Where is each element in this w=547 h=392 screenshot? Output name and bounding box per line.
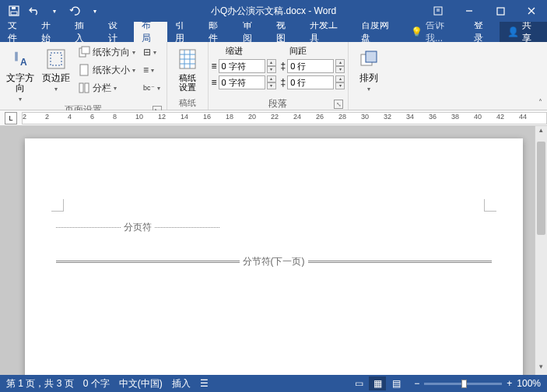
tab-review[interactable]: 审阅 xyxy=(235,22,268,42)
spin-down-icon[interactable]: ▾ xyxy=(335,82,345,89)
tab-baidu[interactable]: 百度网盘 xyxy=(353,22,405,42)
zoom-out-icon[interactable]: − xyxy=(414,378,419,389)
indent-left-icon: ≡ xyxy=(212,61,217,72)
share-button[interactable]: 👤共享 xyxy=(500,22,547,42)
arrange-button[interactable]: 排列▾ xyxy=(352,44,386,93)
scroll-down-icon[interactable]: ▾ xyxy=(535,362,547,375)
space-after-input[interactable] xyxy=(287,75,334,89)
svg-rect-13 xyxy=(79,83,83,93)
tab-mailings[interactable]: 邮件 xyxy=(201,22,234,42)
tab-developer[interactable]: 开发工具 xyxy=(302,22,353,42)
ribbon-options-icon[interactable] xyxy=(423,0,454,22)
window-title: 小Q办公演示文稿.docx - Word xyxy=(211,5,336,18)
svg-rect-2 xyxy=(12,7,16,9)
save-icon[interactable] xyxy=(5,2,23,20)
section-break-label: 分节符(下一页) xyxy=(240,255,308,268)
status-language[interactable]: 中文(中国) xyxy=(119,377,163,390)
svg-rect-9 xyxy=(51,53,61,65)
tab-home[interactable]: 开始 xyxy=(33,22,67,42)
tab-selector[interactable]: L xyxy=(5,112,17,124)
space-before-input[interactable] xyxy=(287,59,334,73)
margins-button[interactable]: 页边距▾ xyxy=(39,44,73,93)
paragraph-dialog-icon[interactable]: ⤡ xyxy=(334,100,343,109)
margin-corner-icon xyxy=(51,199,64,212)
maximize-icon[interactable] xyxy=(485,0,516,22)
text-direction-icon: ∥A xyxy=(8,47,33,72)
quick-access-toolbar: ▾ ▾ xyxy=(0,2,104,20)
size-button[interactable]: 纸张大小▾ xyxy=(75,61,139,79)
spin-up-icon[interactable]: ▴ xyxy=(267,75,276,82)
indent-left-input[interactable] xyxy=(219,59,265,73)
horizontal-ruler[interactable]: 2246810121416182022242628303234363840424… xyxy=(22,112,547,124)
margin-corner-icon xyxy=(484,199,496,212)
qat-customize-icon[interactable]: ▾ xyxy=(86,2,104,20)
tell-me[interactable]: 💡告诉我... xyxy=(405,22,466,42)
print-layout-icon[interactable]: ▦ xyxy=(369,376,386,390)
status-mode[interactable]: 插入 xyxy=(172,377,191,390)
breaks-button[interactable]: ⊟▾ xyxy=(140,44,163,61)
close-icon[interactable] xyxy=(516,0,547,22)
accessibility-icon[interactable]: ☰ xyxy=(200,378,209,389)
svg-rect-11 xyxy=(82,47,89,54)
orientation-button[interactable]: 纸张方向▾ xyxy=(75,44,139,61)
zoom-level[interactable]: 100% xyxy=(517,378,541,389)
status-page[interactable]: 第 1 页，共 3 页 xyxy=(6,377,74,390)
undo-dropdown-icon[interactable]: ▾ xyxy=(45,2,64,20)
group-arrange: 排列▾ xyxy=(349,42,389,110)
zoom-in-icon[interactable]: + xyxy=(507,378,512,389)
share-icon: 👤 xyxy=(507,26,519,37)
spin-down-icon[interactable]: ▾ xyxy=(267,82,276,89)
title-bar: ▾ ▾ 小Q办公演示文稿.docx - Word xyxy=(0,0,547,22)
breaks-icon: ⊟ xyxy=(143,47,151,58)
tab-file[interactable]: 文件 xyxy=(0,22,33,42)
zoom-slider[interactable] xyxy=(424,383,502,385)
document-workspace: 分页符 分节符(下一页) ▴ ▾ xyxy=(0,126,547,375)
svg-rect-12 xyxy=(80,65,88,75)
minimize-icon[interactable] xyxy=(454,0,485,22)
spin-down-icon[interactable]: ▾ xyxy=(335,66,345,73)
read-mode-icon[interactable]: ▭ xyxy=(350,376,367,390)
spin-up-icon[interactable]: ▴ xyxy=(335,75,345,82)
tab-design[interactable]: 设计 xyxy=(100,22,134,42)
tab-insert[interactable]: 插入 xyxy=(67,22,100,42)
svg-text:∥: ∥ xyxy=(14,51,19,61)
document-page[interactable]: 分页符 分节符(下一页) xyxy=(25,138,523,375)
arrange-icon xyxy=(356,47,381,72)
tab-layout[interactable]: 布局 xyxy=(134,22,167,42)
web-layout-icon[interactable]: ▤ xyxy=(387,376,405,390)
indent-right-input[interactable] xyxy=(219,75,265,89)
collapse-ribbon-icon[interactable]: ˄ xyxy=(538,98,542,107)
hyphenation-button[interactable]: bc⁻▾ xyxy=(140,79,163,96)
spin-down-icon[interactable]: ▾ xyxy=(267,66,276,73)
manuscript-group-label: 稿纸 xyxy=(170,97,205,110)
columns-button[interactable]: 分栏▾ xyxy=(75,79,139,96)
tab-view[interactable]: 视图 xyxy=(268,22,302,42)
spin-up-icon[interactable]: ▴ xyxy=(267,59,276,66)
scrollbar-thumb[interactable] xyxy=(537,142,545,235)
manuscript-icon xyxy=(175,47,200,72)
redo-icon[interactable] xyxy=(65,2,84,20)
size-icon xyxy=(78,64,90,76)
indent-left-field[interactable]: ≡▴▾ xyxy=(212,58,276,74)
undo-icon[interactable] xyxy=(25,2,44,20)
scroll-up-icon[interactable]: ▴ xyxy=(535,126,547,138)
indent-right-field[interactable]: ≡▴▾ xyxy=(212,75,276,90)
space-before-field[interactable]: ‡▴▾ xyxy=(281,58,345,74)
spin-up-icon[interactable]: ▴ xyxy=(335,59,345,66)
status-words[interactable]: 0 个字 xyxy=(83,377,110,390)
manuscript-button[interactable]: 稿纸 设置 xyxy=(170,44,205,92)
columns-label: 分栏 xyxy=(93,82,111,95)
page-break-label: 分页符 xyxy=(121,221,155,234)
vertical-scrollbar[interactable]: ▴ ▾ xyxy=(535,126,547,375)
zoom-controls: − + 100% xyxy=(414,378,541,389)
text-direction-button[interactable]: ∥A 文字方向▾ xyxy=(3,44,37,103)
line-numbers-button[interactable]: ≡▾ xyxy=(140,61,163,79)
tab-references[interactable]: 引用 xyxy=(167,22,201,42)
login-button[interactable]: 登录 xyxy=(466,22,500,42)
zoom-handle[interactable] xyxy=(461,380,467,388)
size-label: 纸张大小 xyxy=(93,64,130,77)
page-break-marker: 分页符 xyxy=(56,221,219,234)
space-before-icon: ‡ xyxy=(281,61,286,72)
arrange-label: 排列 xyxy=(359,72,378,83)
space-after-field[interactable]: ‡▴▾ xyxy=(281,75,345,90)
